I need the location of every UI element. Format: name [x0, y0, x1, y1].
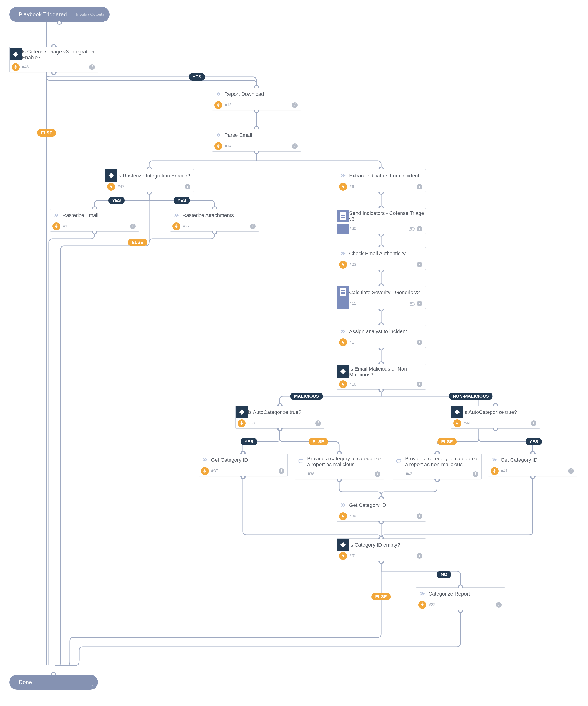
- eye-icon[interactable]: [408, 226, 415, 232]
- node-is-cofense-triage-enabled[interactable]: Is Cofense Triage v3 Integration Enable?…: [9, 47, 99, 73]
- node-get-category-id-41[interactable]: Get Category ID #41: [488, 454, 577, 476]
- info-icon[interactable]: [417, 301, 422, 306]
- node-calculate-severity[interactable]: Calculate Severity - Generic v2 #11: [337, 286, 426, 309]
- node-rasterize-attachments[interactable]: Rasterize Attachments #22: [170, 209, 259, 232]
- chevrons-icon: [199, 454, 211, 466]
- info-icon[interactable]: [130, 224, 135, 229]
- info-icon[interactable]: [417, 340, 422, 345]
- bolt-icon: [488, 466, 501, 476]
- bolt-icon: [337, 260, 349, 270]
- info-icon[interactable]: [278, 468, 284, 474]
- node-parse-email[interactable]: Parse Email #14: [212, 129, 301, 152]
- info-icon[interactable]: [292, 102, 298, 108]
- svg-rect-5: [341, 542, 346, 548]
- node-number: #41: [501, 469, 508, 473]
- end-title: Done: [9, 679, 32, 685]
- info-icon[interactable]: [292, 143, 298, 149]
- node-number: #11: [349, 301, 356, 306]
- node-title: Get Category ID: [349, 501, 426, 510]
- node-number: #15: [63, 224, 70, 229]
- node-autocategorize-nonmalicious[interactable]: Is AutoCategorize true? #44: [451, 406, 540, 429]
- node-title: Extract indicators from incident: [349, 171, 426, 180]
- node-categorize-report[interactable]: Categorize Report #32: [416, 587, 505, 610]
- label-else: ELSE: [371, 593, 391, 600]
- node-get-category-id-37[interactable]: Get Category ID #37: [199, 454, 287, 476]
- node-title: Is AutoCategorize true?: [463, 407, 540, 417]
- eye-icon[interactable]: [408, 301, 415, 307]
- diamond-icon: [337, 539, 349, 551]
- node-title: Is AutoCategorize true?: [248, 407, 324, 417]
- chevrons-icon: [212, 129, 225, 141]
- info-icon[interactable]: [568, 468, 574, 474]
- svg-rect-1: [109, 173, 114, 178]
- info-icon[interactable]: [496, 602, 502, 607]
- label-else: ELSE: [37, 129, 56, 136]
- chevrons-icon: [488, 454, 501, 466]
- node-is-rasterize-enabled[interactable]: Is Rasterize Integration Enable? #47: [105, 169, 194, 192]
- info-icon[interactable]: [531, 421, 537, 426]
- node-provide-category-malicious[interactable]: Provide a category to categorize a repor…: [295, 454, 384, 479]
- label-yes: YES: [241, 438, 257, 445]
- node-report-download[interactable]: Report Download #13: [212, 88, 301, 111]
- chevrons-icon: [416, 588, 428, 600]
- start-node[interactable]: Playbook Triggered Inputs / Outputs: [9, 7, 110, 22]
- info-icon[interactable]: [185, 184, 190, 190]
- node-number: #33: [248, 421, 255, 426]
- node-title: Is Email Malicious or Non-Malicious?: [349, 364, 426, 379]
- node-number: #23: [349, 262, 356, 267]
- node-provide-category-nonmalicious[interactable]: Provide a category to categorize a repor…: [393, 454, 482, 479]
- node-get-category-id-39[interactable]: Get Category ID #39: [337, 499, 426, 522]
- node-is-email-malicious[interactable]: Is Email Malicious or Non-Malicious? #16: [337, 364, 426, 390]
- label-else: ELSE: [128, 239, 147, 246]
- info-icon[interactable]: [89, 64, 95, 70]
- bolt-icon: [199, 466, 211, 476]
- info-icon[interactable]: [250, 224, 256, 229]
- info-icon[interactable]: [417, 262, 422, 267]
- chevrons-icon: [337, 247, 349, 260]
- node-number: #37: [211, 469, 218, 473]
- node-title: Categorize Report: [428, 589, 505, 598]
- bolt-icon: [236, 418, 248, 428]
- node-title: Is Rasterize Integration Enable?: [117, 171, 194, 180]
- info-icon[interactable]: [417, 184, 422, 190]
- svg-rect-2: [341, 369, 346, 374]
- label-no: NO: [437, 571, 451, 578]
- node-number: #42: [405, 472, 412, 476]
- node-number: #16: [349, 382, 356, 387]
- info-icon[interactable]: [315, 421, 321, 426]
- svg-rect-4: [455, 409, 460, 415]
- node-check-email-authenticity[interactable]: Check Email Authenticity #23: [337, 247, 426, 270]
- info-icon[interactable]: [375, 471, 380, 477]
- bolt-icon: [50, 221, 63, 231]
- info-icon[interactable]: [473, 471, 478, 477]
- svg-rect-3: [239, 409, 244, 415]
- label-nonmalicious: NON-MALICIOUS: [449, 393, 493, 400]
- node-extract-indicators[interactable]: Extract indicators from incident #9: [337, 169, 426, 192]
- bolt-icon: [337, 337, 349, 348]
- node-is-category-id-empty[interactable]: Is Category ID empty? #31: [337, 539, 426, 561]
- start-title: Playbook Triggered: [9, 11, 67, 18]
- inputs-outputs-link[interactable]: Inputs / Outputs: [76, 12, 104, 17]
- node-number: #47: [117, 184, 124, 189]
- playbook-icon: [337, 286, 349, 298]
- node-title: Parse Email: [225, 130, 301, 140]
- info-icon[interactable]: [417, 513, 422, 519]
- label-yes: YES: [189, 73, 205, 81]
- node-send-indicators[interactable]: Send Indicators - Cofense Triage v3 #30: [337, 208, 426, 234]
- info-icon[interactable]: [417, 226, 422, 231]
- info-icon[interactable]: [417, 553, 422, 559]
- end-node[interactable]: Done: [9, 675, 98, 690]
- node-rasterize-email[interactable]: Rasterize Email #15: [50, 209, 139, 232]
- label-malicious: MALICIOUS: [290, 393, 323, 400]
- bolt-icon: [105, 182, 117, 192]
- node-assign-analyst[interactable]: Assign analyst to incident #1: [337, 325, 426, 348]
- bolt-icon: [212, 141, 225, 151]
- node-title: Report Download: [225, 89, 301, 99]
- bolt-icon: [451, 418, 463, 428]
- info-icon[interactable]: [417, 382, 422, 387]
- node-title: Provide a category to categorize a repor…: [405, 454, 481, 469]
- node-autocategorize-malicious[interactable]: Is AutoCategorize true? #33: [235, 406, 324, 429]
- node-title: Get Category ID: [501, 455, 577, 464]
- chevrons-icon: [337, 169, 349, 182]
- node-number: #46: [22, 65, 29, 70]
